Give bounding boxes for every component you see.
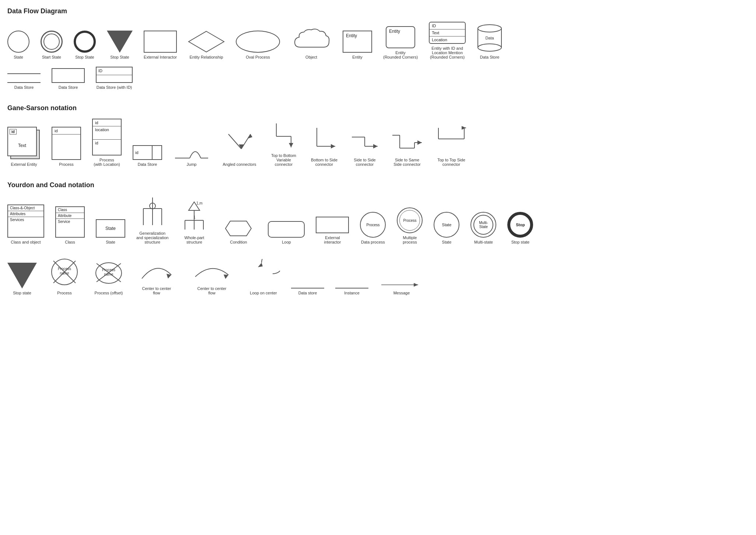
yc-ext-int-label: Externalinteractor (324, 235, 341, 244)
yc-class-obj-r3: Services (8, 217, 43, 237)
yc-stop-text: Stop (516, 223, 525, 227)
svg-line-9 (241, 134, 251, 149)
ds-id-shape: ID (96, 67, 133, 83)
svg-text:1: 1 (193, 215, 196, 219)
gs-jump: Jump (173, 141, 210, 167)
yc-state-c-text: State (442, 223, 452, 227)
yc-message-shape (379, 281, 424, 289)
yc-state-shape: State (96, 219, 125, 238)
yc-c2c1: Center to centerflow (136, 258, 177, 295)
svg-text:1,m: 1,m (196, 201, 203, 205)
gs-jump-shape (173, 141, 210, 160)
entity-rounded-text: Entity (389, 29, 400, 34)
yourdon-section: Yourdon and Coad notation Class-&-Object… (7, 181, 749, 299)
gs-top-bottom: Top to BottomVariableconnector (269, 122, 298, 167)
gs-side-side-shape (350, 126, 379, 155)
gs-ext-text: Text (8, 143, 36, 148)
gs-ext-entity: id Text External Entity (7, 127, 41, 167)
gane-row1: id Text External Entity id Process id lo… (7, 119, 749, 170)
yc-proc-cross-label: Process (57, 291, 72, 295)
ds-box-label: Data Store (59, 85, 78, 90)
object-label: Object (305, 55, 317, 59)
entity-id-shape: ID Text Location (429, 22, 466, 44)
yc-stop-shape: Stop (507, 212, 533, 238)
gs-ext-shape: id Text (7, 127, 41, 160)
start-state-shape (41, 31, 63, 53)
svg-marker-18 (331, 144, 335, 148)
gs-proc-loc-loc: location (93, 126, 121, 140)
yc-loop-center-label: Loop on center (250, 291, 277, 295)
yc-c2c2-label: Center to centerflow (197, 286, 227, 295)
dfd-stop-state-tri: Stop State (107, 31, 133, 59)
dfd-entity-rel: Entity Relationship (188, 31, 225, 59)
gs-process-id: id (52, 127, 80, 134)
yc-data-proc-text: Process (366, 223, 379, 227)
yc-class: Class Attribute Service Class (55, 206, 85, 244)
ds-box-shape (52, 68, 85, 83)
gs-process-loc-label: Process(with Location) (94, 158, 120, 167)
entity-id-row-text: Text (430, 29, 465, 36)
yc-data-proc: Process Data process (360, 212, 386, 244)
yc-multi-proc: Process Multipleprocess (397, 207, 423, 244)
yc-proc-offset-shape: Process name (92, 255, 125, 289)
entity-rounded-shape: Entity (386, 26, 415, 48)
yourdon-row2: Stop state Process name Process Process … (7, 255, 749, 299)
yc-gen-spec-label: Generalizationand specializationstructur… (136, 231, 168, 244)
dfd-object: Object (291, 27, 332, 59)
gs-proc-loc-id: id (93, 119, 121, 126)
yc-state-label: State (106, 240, 115, 244)
yc-multi-proc-text: Process (403, 218, 416, 223)
gs-proc-loc-id2: id (93, 140, 121, 146)
yc-state: State State (96, 219, 125, 244)
yc-class-obj-r2: Attributes (8, 211, 43, 217)
yc-c2c1-label: Center to centerflow (142, 286, 171, 295)
yc-stop-label: Stop state (511, 240, 530, 244)
gs-process: id Process (52, 127, 81, 167)
gs-top-top-label: Top to Top Sideconnector (437, 158, 465, 167)
yc-whole-part-shape: 1,m 1 (179, 200, 209, 233)
yc-condition-shape (220, 219, 257, 238)
cylinder-label: Data Store (480, 55, 500, 59)
yc-loop-center: Loop on center (247, 259, 280, 295)
gs-angled-shape (221, 130, 258, 160)
yc-state-c-shape: State (434, 212, 459, 238)
entity-label: Entity (352, 55, 363, 59)
yc-class-shape: Class Attribute Service (55, 206, 85, 238)
entity-text: Entity (346, 33, 357, 38)
yc-c2c2: Center to centerflow (188, 258, 236, 295)
dfd-row1: State Start State Stop State Stop State … (7, 22, 749, 63)
gs-process-shape: id (52, 127, 81, 160)
ds-lines-shape (7, 73, 41, 83)
dfd-cylinder: Data Data Store (477, 23, 503, 59)
dfd-entity-rounded: Entity Entity(Rounded Corners) (383, 26, 418, 59)
dfd-oval: Oval Process (236, 31, 280, 59)
yc-instance: Instance (335, 288, 368, 295)
yc-data-proc-label: Data process (361, 240, 385, 244)
state-label: State (14, 55, 23, 59)
gs-ds-shape: id (133, 145, 162, 160)
stop-state-tri-shape (107, 31, 133, 53)
dfd-section: Data Flow Diagram State Start State Stop… (7, 7, 749, 93)
svg-text:Process: Process (58, 267, 71, 271)
gs-process-loc: id location id Process(with Location) (92, 119, 122, 167)
yc-multistate: Multi-State Multi-state (470, 212, 496, 244)
cloud-shape (291, 27, 332, 53)
oval-shape (236, 31, 280, 53)
ds-id-label: Data Store (with ID) (97, 85, 132, 90)
stop-state-shape (74, 31, 96, 53)
svg-point-4 (478, 44, 501, 51)
dfd-state: State (7, 31, 29, 59)
gs-side-side-label: Side to Sideconnector (354, 158, 375, 167)
dfd-stop-state: Stop State (74, 31, 96, 59)
yc-c2c1-shape (136, 258, 177, 284)
gs-process-loc-shape: id location id (92, 119, 122, 155)
gs-ds-id: id (133, 146, 152, 159)
yc-instance-label: Instance (344, 291, 360, 295)
svg-line-8 (228, 134, 241, 149)
yc-stop-tri-shape (7, 263, 37, 289)
yc-stop: Stop Stop state (507, 212, 533, 244)
yc-proc-cross: Process name Process (48, 255, 81, 295)
gane-section: Gane-Sarson notation id Text External En… (7, 104, 749, 170)
svg-marker-63 (414, 283, 418, 287)
yc-ext-int: Externalinteractor (316, 217, 349, 244)
